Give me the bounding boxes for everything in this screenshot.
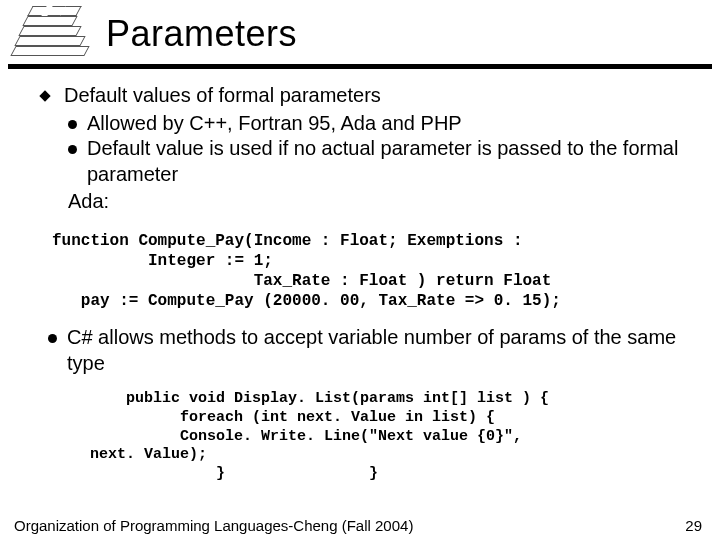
sub-point-1: Allowed by C++, Fortran 95, Ada and PHP: [87, 111, 462, 137]
dot-bullet-icon: [68, 145, 77, 154]
dot-bullet-icon: [48, 334, 57, 343]
csharp-point: C# allows methods to accept variable num…: [67, 325, 702, 376]
slide-title: Parameters: [106, 13, 297, 55]
csharp-code-block: public void Display. List(params int[] l…: [0, 376, 720, 484]
page-number: 29: [685, 517, 702, 534]
ada-code-block: function Compute_Pay(Income : Float; Exe…: [0, 215, 720, 311]
footer-text: Organization of Programming Languages-Ch…: [14, 517, 413, 534]
svg-rect-0: [39, 90, 50, 101]
dot-bullet-icon: [68, 120, 77, 129]
topic-text: Default values of formal parameters: [64, 83, 381, 109]
sub-point-2: Default value is used if no actual param…: [87, 136, 702, 187]
ada-label: Ada:: [38, 189, 702, 215]
layers-icon: [8, 6, 92, 62]
diamond-bullet-icon: [38, 89, 52, 103]
